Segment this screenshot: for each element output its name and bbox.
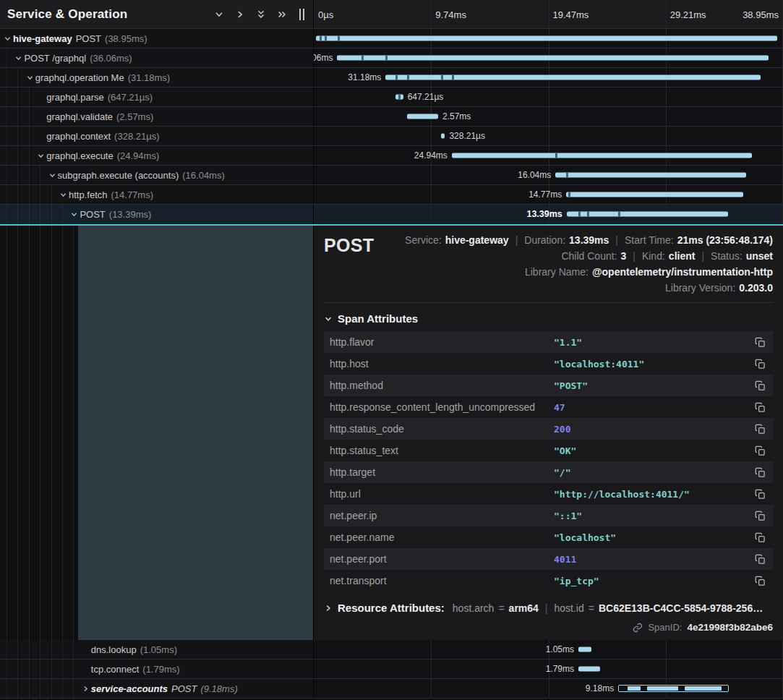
span-label: http.fetch (69, 189, 107, 200)
span-row[interactable]: POST(13.39ms) 13.39ms (0, 205, 783, 224)
span-bar[interactable] (452, 153, 752, 158)
span-name-cell[interactable]: POST(13.39ms) (0, 205, 314, 224)
span-waterfall-cell[interactable]: 16.04ms (314, 166, 783, 185)
span-duration: (647.21µs) (108, 92, 153, 103)
meta-label: Child Count: (561, 250, 617, 262)
span-row[interactable]: http.fetch(14.77ms) 14.77ms (0, 185, 783, 205)
expand-all-icon[interactable] (256, 9, 266, 20)
span-waterfall-cell[interactable]: 24.94ms (314, 146, 783, 166)
span-name-cell[interactable]: graphql.parse(647.21µs) (0, 88, 314, 107)
separator: | (545, 602, 548, 614)
span-waterfall-cell[interactable]: 1.05ms (314, 640, 783, 660)
span-bar[interactable] (337, 56, 768, 61)
span-name-cell[interactable]: graphql.context(328.21µs) (0, 127, 314, 146)
span-row[interactable]: graphql.parse(647.21µs) 647.21µs (0, 88, 783, 107)
attribute-value: "/" (554, 467, 753, 478)
attribute-key: http.flavor (330, 336, 554, 348)
span-name-cell[interactable]: http.fetch(14.77ms) (0, 185, 314, 205)
span-label: graphql.parse (46, 92, 104, 103)
span-waterfall-cell[interactable]: 1.79ms (314, 660, 783, 679)
span-bar[interactable] (555, 173, 745, 178)
span-name-cell[interactable]: hive-gatewayPOST(38.95ms) (0, 29, 314, 48)
span-row[interactable]: tcp.connect(1.79ms) 1.79ms (0, 660, 783, 679)
span-row[interactable]: dns.lookup(1.05ms) 1.05ms (0, 640, 783, 660)
copy-icon[interactable] (753, 357, 767, 371)
span-waterfall-cell[interactable]: 13.39ms (314, 205, 783, 224)
span-name-cell[interactable]: POST /graphql(36.06ms) (0, 48, 314, 68)
span-waterfall-cell[interactable] (314, 29, 783, 48)
span-waterfall-cell[interactable]: 36.06ms (314, 48, 783, 68)
span-bar[interactable] (618, 685, 729, 692)
trace-viewer: Service & Operation 0µs9.74ms19.47ms29.2… (0, 0, 783, 700)
span-waterfall-cell[interactable]: 647.21µs (314, 88, 783, 107)
copy-icon[interactable] (753, 552, 767, 566)
chevron-right-icon[interactable] (82, 685, 91, 693)
chevron-down-icon[interactable] (48, 171, 58, 179)
span-bar[interactable] (441, 134, 445, 139)
span-waterfall-cell[interactable]: 328.21µs (314, 127, 783, 146)
duration-label: 14.77ms (529, 189, 562, 200)
span-row[interactable]: graphql.validate(2.57ms) 2.57ms (0, 107, 783, 127)
span-waterfall-cell[interactable]: 31.18ms (314, 68, 783, 88)
span-name-cell[interactable]: graphql.validate(2.57ms) (0, 107, 314, 127)
attribute-value: "http://localhost:4011/" (554, 489, 753, 500)
copy-icon[interactable] (753, 444, 767, 458)
separator: | (515, 234, 518, 246)
copy-icon[interactable] (753, 401, 767, 414)
span-row[interactable]: service-accountsPOST(9.18ms) 9.18ms (0, 679, 783, 699)
collapse-all-icon[interactable] (277, 9, 287, 20)
span-row[interactable]: POST /graphql(36.06ms) 36.06ms (0, 48, 783, 68)
chevron-down-icon[interactable] (14, 54, 24, 62)
span-bar[interactable] (578, 667, 600, 672)
chevron-right-icon[interactable] (235, 9, 245, 20)
copy-icon[interactable] (753, 531, 767, 545)
span-bar[interactable] (385, 75, 761, 80)
span-name-cell[interactable]: graphql.execute(24.94ms) (0, 146, 314, 166)
resource-attributes-toggle[interactable]: Resource Attributes: host.arch=arm64|hos… (324, 602, 773, 614)
attribute-value: "localhost:4011" (554, 359, 753, 370)
span-bar[interactable] (407, 114, 438, 119)
span-bar[interactable] (395, 95, 403, 100)
span-bar[interactable] (316, 36, 777, 41)
copy-icon[interactable] (753, 466, 767, 479)
timeline-tick: 9.74ms (435, 9, 466, 20)
link-icon[interactable] (633, 623, 643, 633)
chevron-down-icon[interactable] (37, 152, 46, 160)
span-bar[interactable] (567, 212, 728, 217)
copy-icon[interactable] (753, 336, 767, 349)
chevron-down-icon[interactable] (59, 191, 69, 199)
span-name-cell[interactable]: subgraph.execute (accounts)(16.04ms) (0, 166, 314, 185)
span-waterfall-cell[interactable]: 14.77ms (314, 185, 783, 205)
span-name-cell[interactable]: graphql.operation Me(31.18ms) (0, 68, 314, 88)
span-bar[interactable] (578, 647, 591, 652)
span-row[interactable]: graphql.execute(24.94ms) 24.94ms (0, 146, 783, 166)
attribute-row: net.peer.ip "::1" (324, 505, 773, 526)
copy-icon[interactable] (753, 509, 767, 523)
span-name-cell[interactable]: dns.lookup(1.05ms) (0, 640, 314, 660)
copy-icon[interactable] (753, 574, 767, 588)
span-bar[interactable] (566, 192, 743, 197)
copy-icon[interactable] (753, 422, 767, 436)
copy-icon[interactable] (753, 487, 767, 501)
timeline-ruler[interactable]: 0µs9.74ms19.47ms29.21ms38.95ms (314, 0, 783, 29)
span-name-cell[interactable]: service-accountsPOST(9.18ms) (0, 679, 314, 699)
chevron-down-icon[interactable] (26, 74, 35, 82)
span-waterfall-cell[interactable]: 2.57ms (314, 107, 783, 127)
span-waterfall-cell[interactable]: 9.18ms (314, 679, 783, 699)
panel-resizer-handle[interactable] (299, 9, 304, 20)
span-attributes-toggle[interactable]: Span Attributes (324, 312, 773, 325)
chevron-down-icon[interactable] (214, 9, 224, 20)
attribute-row: http.status_text "OK" (324, 440, 773, 461)
chevron-down-icon[interactable] (4, 35, 13, 43)
attribute-key: http.method (330, 380, 554, 391)
span-row[interactable]: graphql.operation Me(31.18ms) 31.18ms (0, 68, 783, 88)
attribute-row: http.method "POST" (324, 375, 773, 396)
chevron-down-icon[interactable] (70, 210, 80, 218)
span-row[interactable]: hive-gatewayPOST(38.95ms) (0, 29, 783, 48)
span-row[interactable]: subgraph.execute (accounts)(16.04ms) 16.… (0, 166, 783, 185)
attribute-value: 4011 (554, 554, 753, 565)
attribute-value: "POST" (554, 380, 753, 391)
copy-icon[interactable] (753, 379, 767, 393)
span-name-cell[interactable]: tcp.connect(1.79ms) (0, 660, 314, 679)
span-row[interactable]: graphql.context(328.21µs) 328.21µs (0, 127, 783, 146)
